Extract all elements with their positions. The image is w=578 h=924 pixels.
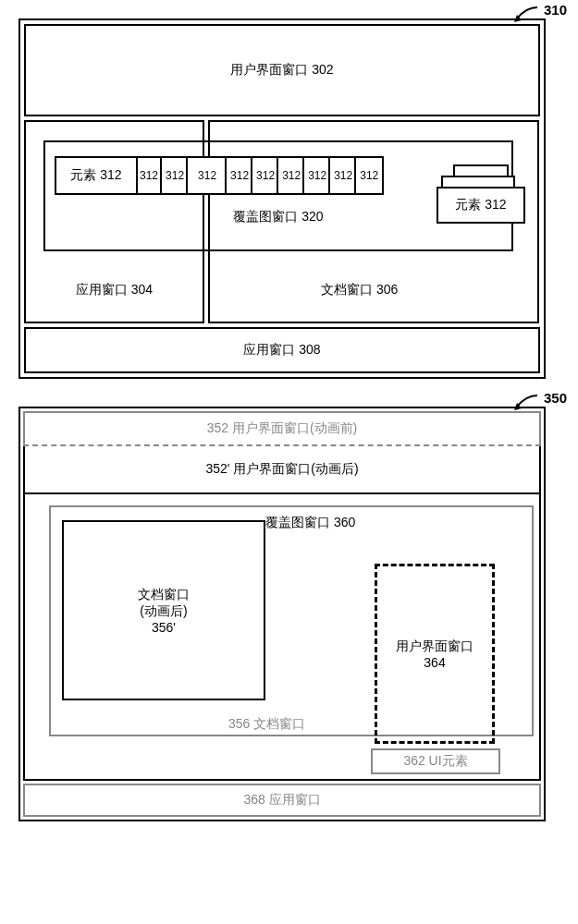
ui-window-364: 用户界面窗口 364 [375, 564, 495, 744]
element-row: 元素 312 312 312 312 312 312 312 312 312 3… [55, 156, 384, 195]
element-312: 312 [186, 156, 228, 195]
figure-ref-350: 350 [544, 390, 567, 406]
app-window-308-label: 应用窗口 308 [243, 342, 320, 359]
main-area-350: 覆盖图窗口 360 文档窗口 (动画后) 356' 356 文档窗口 用户界面窗… [23, 494, 541, 781]
doc-356p-l3: 356' [138, 620, 190, 635]
ui-window-302: 用户界面窗口 302 [24, 24, 540, 116]
app-window-308: 应用窗口 308 [24, 327, 540, 373]
ui-element-362: 362 UI元素 [371, 748, 500, 774]
app-window-304-label: 应用窗口 304 [76, 282, 153, 298]
figure-310: 310 用户界面窗口 302 应用窗口 304 文档窗口 306 覆盖图窗口 3… [18, 18, 560, 379]
ui-window-352-after: 352' 用户界面窗口(动画后) [23, 446, 541, 494]
figure-350-container: 352 用户界面窗口(动画前) 352' 用户界面窗口(动画后) 覆盖图窗口 3… [18, 407, 546, 821]
ui-364-l1: 用户界面窗口 [396, 638, 473, 655]
figure-350: 350 352 用户界面窗口(动画前) 352' 用户界面窗口(动画后) 覆盖图… [18, 407, 560, 821]
doc-window-306-label: 文档窗口 306 [321, 282, 398, 298]
doc-window-356-after: 文档窗口 (动画后) 356' [62, 520, 265, 700]
app-window-368: 368 应用窗口 [23, 784, 541, 817]
figure-310-container: 用户界面窗口 302 应用窗口 304 文档窗口 306 覆盖图窗口 320 元… [18, 18, 546, 379]
ui-362-label: 362 UI元素 [403, 753, 467, 770]
overlay-320-label: 覆盖图窗口 320 [233, 209, 323, 225]
ui-352-label: 352 用户界面窗口(动画前) [207, 420, 358, 435]
ui-352p-label: 352' 用户界面窗口(动画后) [205, 461, 358, 476]
ui-364-l2: 364 [396, 655, 473, 670]
app-368-label: 368 应用窗口 [243, 792, 320, 808]
doc-356-label: 356 文档窗口 [228, 716, 305, 733]
overlay-360-label: 覆盖图窗口 360 [265, 515, 355, 531]
ui-window-302-label: 用户界面窗口 302 [230, 62, 333, 79]
mid-section: 应用窗口 304 文档窗口 306 覆盖图窗口 320 元素 312 312 3… [20, 120, 544, 323]
ui-window-352-before: 352 用户界面窗口(动画前) [23, 411, 541, 446]
element-312-main: 元素 312 [55, 156, 138, 195]
doc-356p-l1: 文档窗口 [138, 587, 190, 603]
element-312: 312 [354, 156, 384, 195]
figure-ref-310: 310 [544, 2, 567, 18]
overlay-window-320: 覆盖图窗口 320 元素 312 312 312 312 312 312 312… [43, 140, 513, 251]
doc-356p-l2: (动画后) [138, 603, 190, 620]
element-312-tail: 元素 312 [437, 187, 525, 224]
